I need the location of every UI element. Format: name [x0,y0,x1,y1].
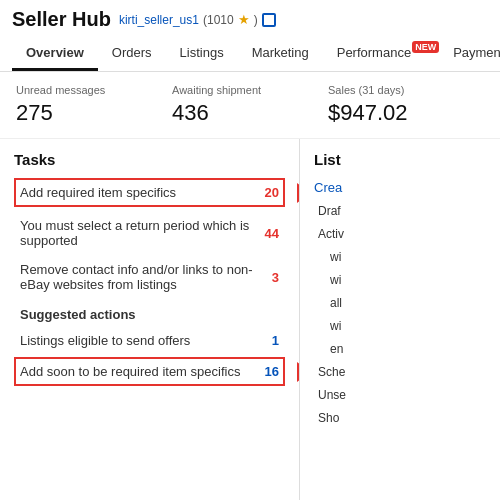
close-paren: ) [254,13,258,27]
username[interactable]: kirti_seller_us1 [119,13,199,27]
listing-item-en: en [314,337,486,360]
listing-item-active: Activ [314,222,486,245]
listing-item-draft: Draf [314,199,486,222]
stat-unread-label: Unread messages [16,84,172,96]
tab-marketing[interactable]: Marketing [238,37,323,71]
listing-item-unse: Unse [314,383,486,406]
user-count: (1010 [203,13,234,27]
listing-text-wi2: wi [326,273,341,287]
listing-text-active: Activ [314,227,344,241]
copy-icon[interactable] [262,13,276,27]
main-content: Tasks Add required item specifics 20 You… [0,139,500,500]
task-text-send-offers: Listings eligible to send offers [20,333,272,348]
tab-listings[interactable]: Listings [166,37,238,71]
header-top: Seller Hub kirti_seller_us1 (1010 ★ ) [12,8,488,31]
task-text-add-required: Add required item specifics [20,185,265,200]
task-item-send-offers[interactable]: Listings eligible to send offers 1 [14,326,285,355]
stat-awaiting-label: Awaiting shipment [172,84,328,96]
listing-text-unse: Unse [314,388,346,402]
listing-item-sche: Sche [314,360,486,383]
listings-panel: List Crea Draf Activ wi wi all wi [300,139,500,500]
listing-item-sho: Sho [314,406,486,429]
tab-performance[interactable]: PerformanceNEW [323,37,439,71]
tab-orders[interactable]: Orders [98,37,166,71]
stat-sales: Sales (31 days) $947.02 [328,84,484,126]
star-icon: ★ [238,12,250,27]
performance-badge: NEW [412,41,439,53]
task-count-soon-required: 16 [265,364,279,379]
listing-text-sho: Sho [314,411,339,425]
listing-text-en: en [326,342,343,356]
task-count-send-offers: 1 [272,333,279,348]
task-count-remove-contact: 3 [272,270,279,285]
listing-item-wi2: wi [314,268,486,291]
task-item-remove-contact[interactable]: Remove contact info and/or links to non-… [14,255,285,299]
listings-title: List [314,151,486,168]
task-item-soon-required[interactable]: Add soon to be required item specifics 1… [14,357,285,386]
task-text-soon-required: Add soon to be required item specifics [20,364,265,379]
suggested-actions-header: Suggested actions [14,299,285,326]
stat-unread-value: 275 [16,100,172,126]
listing-text-sche: Sche [314,365,345,379]
listing-text-wi3: wi [326,319,341,333]
listing-item-wi1: wi [314,245,486,268]
listing-text-wi1: wi [326,250,341,264]
stat-awaiting-value: 436 [172,100,328,126]
tasks-panel: Tasks Add required item specifics 20 You… [0,139,300,500]
tab-payments[interactable]: PaymentsNEW [439,37,500,71]
stat-awaiting-shipment: Awaiting shipment 436 [172,84,328,126]
task-text-return-period: You must select a return period which is… [20,218,265,248]
stat-unread-messages: Unread messages 275 [16,84,172,126]
listing-item-create[interactable]: Crea [314,176,486,199]
nav-tabs: Overview Orders Listings Marketing Perfo… [12,37,488,71]
tab-overview[interactable]: Overview [12,37,98,71]
task-item-return-period[interactable]: You must select a return period which is… [14,211,285,255]
task-text-remove-contact: Remove contact info and/or links to non-… [20,262,272,292]
stats-bar: Unread messages 275 Awaiting shipment 43… [0,72,500,139]
listing-text-all: all [326,296,342,310]
user-info: kirti_seller_us1 (1010 ★ ) [119,12,276,27]
task-count-return-period: 44 [265,226,279,241]
listing-item-wi3: wi [314,314,486,337]
task-count-add-required: 20 [265,185,279,200]
task-item-add-required[interactable]: Add required item specifics 20 [14,178,285,207]
listing-link-create[interactable]: Crea [314,180,486,195]
page-title: Seller Hub [12,8,111,31]
app-container: Seller Hub kirti_seller_us1 (1010 ★ ) Ov… [0,0,500,500]
listing-item-all: all [314,291,486,314]
stat-sales-label: Sales (31 days) [328,84,484,96]
listing-text-draft: Draf [314,204,341,218]
header: Seller Hub kirti_seller_us1 (1010 ★ ) Ov… [0,0,500,72]
stat-sales-value: $947.02 [328,100,484,126]
tasks-title: Tasks [14,151,285,168]
